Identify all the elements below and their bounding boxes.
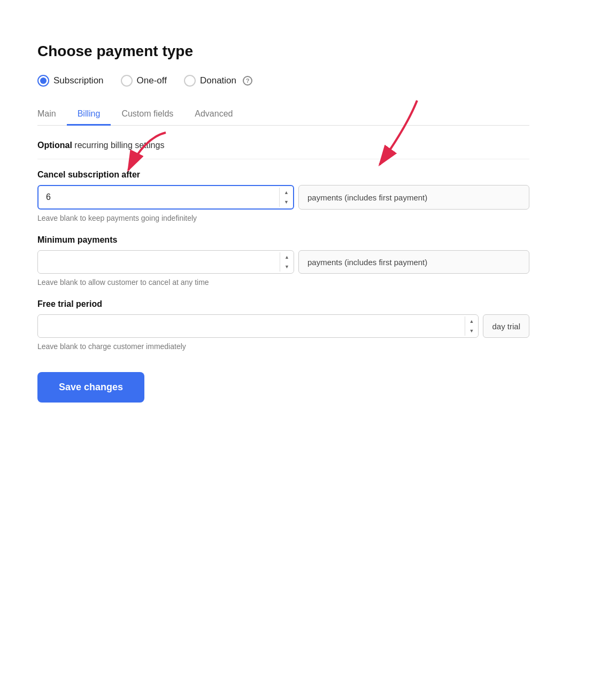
cancel-subscription-field-row: ▲ ▼ payments (includes first payment) <box>37 185 529 210</box>
cancel-subscription-hint: Leave blank to keep payments going indef… <box>37 214 529 222</box>
radio-label-donation: Donation <box>200 75 236 86</box>
free-trial-field-row: ▲ ▼ day trial <box>37 314 529 338</box>
radio-label-subscription: Subscription <box>53 75 104 86</box>
page-title: Choose payment type <box>37 43 529 60</box>
minimum-payments-suffix: payments (includes first payment) <box>298 250 529 274</box>
cancel-subscription-input[interactable] <box>38 186 279 208</box>
spinner-up-icon[interactable]: ▲ <box>284 188 289 197</box>
spinner-down-icon[interactable]: ▼ <box>284 262 289 272</box>
cancel-subscription-spinner[interactable]: ▲ ▼ <box>279 188 293 207</box>
free-trial-spinner[interactable]: ▲ ▼ <box>465 316 479 336</box>
minimum-payments-group: Minimum payments ▲ ▼ payments (includes … <box>37 235 529 287</box>
cancel-subscription-group: Cancel subscription after ▲ ▼ payments (… <box>37 170 529 222</box>
radio-circle-subscription <box>37 75 49 87</box>
minimum-payments-input[interactable] <box>38 251 280 273</box>
tabs-row: Main Billing Custom fields Advanced <box>37 104 529 126</box>
free-trial-input-wrapper[interactable]: ▲ ▼ <box>37 314 479 338</box>
free-trial-group: Free trial period ▲ ▼ day trial Leave bl… <box>37 299 529 351</box>
radio-subscription[interactable]: Subscription <box>37 75 104 87</box>
tab-main[interactable]: Main <box>37 104 67 126</box>
minimum-payments-spinner[interactable]: ▲ ▼ <box>280 252 294 272</box>
spinner-down-icon[interactable]: ▼ <box>469 326 474 336</box>
tab-advanced[interactable]: Advanced <box>184 104 243 126</box>
free-trial-suffix: day trial <box>483 314 529 338</box>
section-heading: Optional recurring billing settings <box>37 141 529 159</box>
spinner-up-icon[interactable]: ▲ <box>284 252 289 262</box>
payment-type-group: Subscription One-off Donation ? <box>37 75 529 87</box>
radio-donation[interactable]: Donation ? <box>184 75 252 87</box>
cancel-subscription-suffix: payments (includes first payment) <box>298 185 529 210</box>
free-trial-hint: Leave blank to charge customer immediate… <box>37 342 529 351</box>
free-trial-label: Free trial period <box>37 299 529 309</box>
radio-circle-one-off <box>121 75 133 87</box>
radio-circle-donation <box>184 75 196 87</box>
spinner-up-icon[interactable]: ▲ <box>469 316 474 326</box>
minimum-payments-label: Minimum payments <box>37 235 529 245</box>
spinner-down-icon[interactable]: ▼ <box>284 197 289 207</box>
radio-label-one-off: One-off <box>137 75 167 86</box>
minimum-payments-hint: Leave blank to allow customer to cancel … <box>37 278 529 287</box>
section-heading-bold: Optional <box>37 141 72 150</box>
minimum-payments-field-row: ▲ ▼ payments (includes first payment) <box>37 250 529 274</box>
save-changes-button[interactable]: Save changes <box>37 372 144 403</box>
tab-custom-fields[interactable]: Custom fields <box>111 104 184 126</box>
cancel-subscription-input-wrapper[interactable]: ▲ ▼ <box>37 185 294 210</box>
radio-one-off[interactable]: One-off <box>121 75 167 87</box>
cancel-subscription-label: Cancel subscription after <box>37 170 529 180</box>
minimum-payments-input-wrapper[interactable]: ▲ ▼ <box>37 250 294 274</box>
donation-help-icon[interactable]: ? <box>243 76 252 86</box>
section-heading-rest: recurring billing settings <box>72 141 165 150</box>
tab-billing[interactable]: Billing <box>67 104 111 126</box>
free-trial-input[interactable] <box>38 315 465 337</box>
